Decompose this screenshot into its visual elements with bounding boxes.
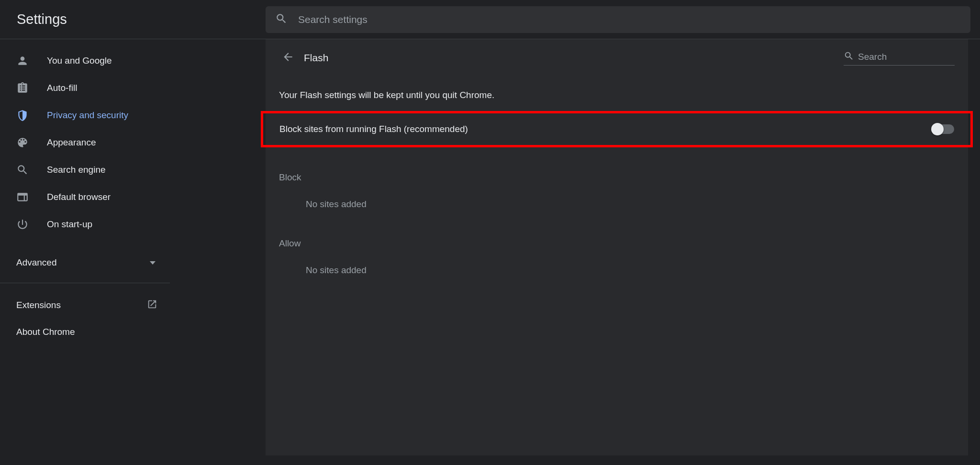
power-icon	[16, 218, 29, 231]
sidebar-item-label: Appearance	[47, 137, 96, 148]
sidebar-advanced-toggle[interactable]: Advanced	[0, 248, 170, 277]
sidebar: You and Google Auto-fill Privacy and sec…	[0, 39, 170, 465]
card-header: Flash	[266, 39, 968, 77]
block-empty-text: No sites added	[266, 187, 968, 223]
main-content: Flash Your Flash settings will be kept u…	[170, 39, 980, 465]
flash-info-text: Your Flash settings will be kept until y…	[266, 77, 968, 106]
sidebar-item-label: Privacy and security	[47, 110, 128, 121]
global-search-input[interactable]	[298, 14, 961, 25]
sidebar-item-search-engine[interactable]: Search engine	[0, 156, 170, 183]
sidebar-extensions-label: Extensions	[16, 300, 61, 310]
sidebar-item-appearance[interactable]: Appearance	[0, 129, 170, 156]
clipboard-icon	[16, 82, 29, 94]
palette-icon	[16, 136, 29, 149]
sidebar-advanced-label: Advanced	[16, 257, 57, 268]
sidebar-about-chrome-link[interactable]: About Chrome	[0, 319, 170, 345]
annotation-highlight-box: Block sites from running Flash (recommen…	[261, 111, 973, 147]
sidebar-item-default-browser[interactable]: Default browser	[0, 183, 170, 210]
arrow-left-icon	[282, 51, 294, 65]
sidebar-item-label: Auto-fill	[47, 83, 77, 93]
global-search-field[interactable]	[266, 6, 970, 33]
settings-card: Flash Your Flash settings will be kept u…	[266, 39, 968, 455]
shield-icon	[16, 109, 29, 122]
browser-icon	[16, 191, 29, 203]
sidebar-item-on-startup[interactable]: On start-up	[0, 210, 170, 238]
sidebar-item-label: Search engine	[47, 165, 106, 175]
page-search-input[interactable]	[858, 52, 955, 62]
allow-empty-text: No sites added	[266, 253, 968, 289]
sidebar-item-label: On start-up	[47, 219, 92, 230]
block-section-label: Block	[266, 157, 968, 187]
back-button[interactable]	[279, 49, 297, 67]
sidebar-item-label: Default browser	[47, 192, 111, 202]
search-icon	[275, 12, 298, 27]
block-flash-toggle-row[interactable]: Block sites from running Flash (recommen…	[263, 113, 970, 145]
search-icon	[16, 164, 29, 176]
sidebar-item-autofill[interactable]: Auto-fill	[0, 74, 170, 101]
allow-section-label: Allow	[266, 223, 968, 253]
external-link-icon	[147, 299, 157, 312]
search-icon	[844, 51, 858, 63]
app-header: Settings	[0, 0, 980, 39]
page-title: Flash	[304, 52, 328, 64]
sidebar-about-label: About Chrome	[16, 327, 75, 337]
sidebar-item-label: You and Google	[47, 55, 112, 66]
toggle-knob	[931, 123, 944, 135]
block-flash-toggle[interactable]	[932, 124, 954, 134]
sidebar-extensions-link[interactable]: Extensions	[0, 292, 170, 319]
page-search-field[interactable]	[844, 51, 955, 66]
app-title: Settings	[0, 11, 266, 27]
chevron-down-icon	[150, 261, 156, 265]
sidebar-item-you-and-google[interactable]: You and Google	[0, 47, 170, 74]
person-icon	[16, 55, 29, 67]
sidebar-item-privacy-security[interactable]: Privacy and security	[0, 101, 170, 129]
block-flash-label: Block sites from running Flash (recommen…	[279, 124, 468, 134]
sidebar-separator	[0, 283, 170, 283]
